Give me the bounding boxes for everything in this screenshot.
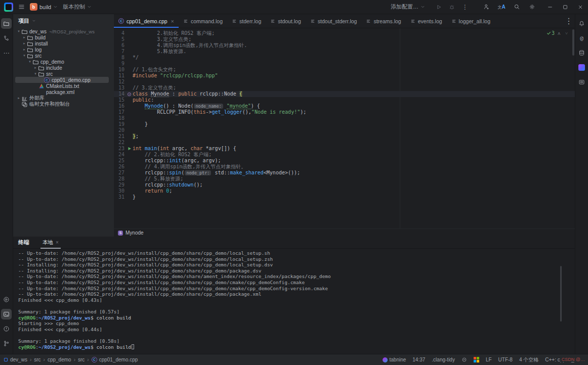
tab-events.log[interactable]: events.log [406,14,447,28]
tree-item-build[interactable]: ▸build [15,34,109,40]
more-horizontal-icon: ⋯ [4,50,10,57]
problems-tool-button[interactable] [1,324,12,334]
code-text: 5.释放资源. [133,49,186,55]
indent-status[interactable]: 4 个空格 [519,356,538,363]
breadcrumb-src[interactable]: src [34,357,40,362]
tree-item-install[interactable]: ▸install [15,40,109,47]
ai-assistant-icon: @ [580,35,583,41]
chevron-right-icon[interactable]: ▸ [22,41,27,45]
bookmarks-tool-button[interactable] [576,77,587,87]
code-with-me-button[interactable] [480,1,493,13]
tab-label: stderr.log [239,18,261,24]
tree-item-include[interactable]: ▸include [15,65,109,71]
run-config-label: 添加配置… [391,3,418,11]
project-panel-header[interactable]: 项目 [13,14,114,27]
terminal-tool-button[interactable] [1,309,12,320]
terminal-prompt-line: cy@ROG:~/ROS2_proj/dev_ws$ colcon build [18,344,575,350]
tab-streams.log[interactable]: streams.log [361,14,405,28]
tree-item-src[interactable]: ▾src [15,53,109,59]
tree-item-label: dev_ws [29,29,47,34]
tab-cpp01_demo.cpp[interactable]: Ccpp01_demo.cpp× [114,14,179,28]
vcs-widget[interactable]: 版本控制 [63,3,92,11]
plugin-tool-button[interactable] [576,62,587,73]
input-method-status[interactable] [474,357,479,362]
translate-button[interactable]: 文A [495,1,508,13]
ai-assistant-button[interactable]: @ [576,33,587,43]
tree-item-log[interactable]: ▸log [15,47,109,53]
chevron-right-icon[interactable]: ▸ [22,48,27,52]
tabnine-status[interactable]: tabnine [383,357,406,362]
terminal-tab-local[interactable]: 本地 × [40,237,61,249]
translate-icon: 文A [497,5,505,10]
notifications-button[interactable] [576,18,587,29]
tab-command.log[interactable]: command.log [179,14,227,28]
editor-scrollbar[interactable] [572,29,574,56]
run-button[interactable] [432,1,445,13]
clock-status[interactable]: 14:37 [412,357,425,362]
chevron-right-icon[interactable]: ▸ [16,96,21,100]
tab-stderr.log[interactable]: stderr.log [227,14,266,28]
project-widget[interactable]: b build [30,3,58,11]
scratch-console-icon [21,101,28,108]
tree-item-CMakeLists.txt[interactable]: CMakeLists.txt [15,83,109,89]
minimize-button[interactable] [542,0,558,14]
hamburger-menu-button[interactable] [18,4,25,10]
search-everywhere-button[interactable] [510,1,523,13]
code-line-28: 28 // 5.释放资源; [114,176,575,182]
chevron-down-icon[interactable]: ▾ [22,54,27,58]
close-icon[interactable]: × [56,240,59,245]
chevron-right-icon[interactable]: ▸ [22,35,27,39]
debug-button[interactable] [445,1,458,13]
chevron-down-icon[interactable]: ▾ [16,29,21,33]
chevron-right-icon[interactable]: ▸ [33,66,38,70]
code-editor[interactable]: 4 2.初始化 ROS2 客户端;5 3.定义节点类;6 4.调用spin函数,… [114,28,575,229]
code-line-15: 15public: [114,97,575,103]
tree-item-cpp01_demo.cpp[interactable]: Ccpp01_demo.cpp [15,77,109,83]
breadcrumb-cpp_demo[interactable]: cpp_demo [48,357,71,362]
terminal-output[interactable]: -- Up-to-date: /home/cy/ROS2_proj/dev_ws… [13,249,575,354]
code-line-4: 4 2.初始化 ROS2 客户端; [114,30,575,36]
breadcrumb-dev_ws[interactable]: dev_ws [10,357,27,362]
more-actions-button[interactable]: ⋮ [458,1,472,13]
tab-logger_all.log[interactable]: logger_all.log [447,14,495,28]
settings-button[interactable] [525,1,538,13]
more-tool-windows-button[interactable]: ⋯ [1,48,12,58]
run-config-selector[interactable]: 添加配置… [391,3,425,11]
inspection-nav-arrows[interactable]: ʌ ˅ [558,31,569,36]
terminal-line: -- Installing: /home/cy/ROS2_proj/dev_ws… [18,268,575,274]
line-ending-status[interactable]: LF [486,357,492,362]
code-line-14: 14class Mynode : public rclcpp::Node { [114,91,575,97]
log-file-icon [310,19,315,24]
tree-item-label: install [35,41,48,47]
clang-tidy-status[interactable]: .clang-tidy [432,357,455,362]
project-tool-button[interactable] [1,18,12,29]
tree-item-cpp_demo[interactable]: ▾cpp_demo [15,59,109,65]
run-gutter-icon[interactable] [128,147,132,151]
clangd-status[interactable] [461,357,467,362]
database-tool-button[interactable] [576,48,587,58]
chevron-down-icon[interactable]: ▾ [33,72,38,76]
tree-item-src[interactable]: ▾src [15,71,109,77]
tree-item-dev_ws[interactable]: ▾dev_ws~/ROS2_proj/dev_ws [15,28,109,34]
commit-tool-button[interactable] [1,33,12,43]
breadcrumb-src[interactable]: src [78,357,85,362]
run-tool-button[interactable] [1,294,12,305]
clangd-status-icon [461,357,467,362]
tab-stdout_stderr.log[interactable]: stdout_stderr.log [306,14,362,28]
right-tool-strip: @ [575,14,588,354]
close-icon[interactable]: × [171,18,174,24]
tab-options-button[interactable]: ⋮ [563,14,575,28]
breadcrumb-cpp01_demo.cpp[interactable]: Ccpp01_demo.cpp [92,357,138,362]
encoding-status[interactable]: UTF-8 [498,357,513,362]
chevron-down-icon[interactable]: ▾ [27,60,32,64]
terminal-scrollbar[interactable] [560,266,562,322]
close-button[interactable] [573,0,588,14]
tab-stdout.log[interactable]: stdout.log [266,14,306,28]
git-tool-button[interactable] [1,338,12,349]
tree-item-临时文件和控制台[interactable]: 临时文件和控制台 [15,101,109,107]
sticky-context-bar[interactable]: S Mynode [114,229,575,237]
class-gutter-icon[interactable] [127,92,132,97]
inspection-widget[interactable]: 3 ʌ ˅ [547,30,569,36]
tree-item-label: src [35,53,41,59]
maximize-button[interactable] [558,0,573,14]
